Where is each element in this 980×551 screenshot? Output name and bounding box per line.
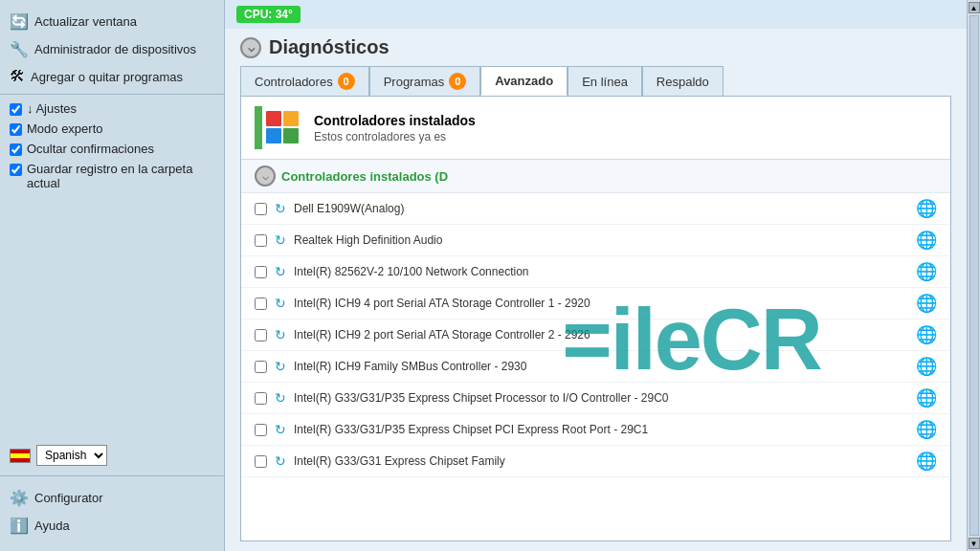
tab-respaldo[interactable]: Respaldo <box>642 66 724 96</box>
language-dropdown[interactable]: Spanish English French German <box>36 445 107 466</box>
driver-checkbox[interactable] <box>255 455 267 468</box>
driver-row: ↻ Realtek High Definition Audio 🌐 <box>241 225 950 256</box>
driver-name: Realtek High Definition Audio <box>294 233 908 247</box>
globe-icon: 🌐 <box>916 324 937 345</box>
refresh-icon: ↻ <box>275 390 286 406</box>
driver-checkbox[interactable] <box>255 234 267 247</box>
driver-checkbox[interactable] <box>255 329 267 342</box>
globe-icon: 🌐 <box>916 198 937 219</box>
tab-label: Respaldo <box>657 75 709 89</box>
tab-avanzado[interactable]: Avanzado <box>480 66 568 96</box>
refresh-icon: ↻ <box>275 201 286 216</box>
admin-icon: 🔧 <box>10 40 29 58</box>
sidebar: 🔄 Actualizar ventana 🔧 Administrador de … <box>0 0 225 551</box>
checkbox-label: Guardar registro en la carpeta actual <box>27 162 214 190</box>
refresh-icon: ↻ <box>275 453 286 469</box>
checkbox-ajustes[interactable]: ↓ Ajustes <box>0 99 224 119</box>
driver-name: Intel(R) ICH9 2 port Serial ATA Storage … <box>294 328 908 342</box>
tab-label: En línea <box>582 75 628 89</box>
flag-icon <box>10 449 31 463</box>
section-collapse-button[interactable]: ⌵ <box>255 165 276 187</box>
refresh-icon: 🔄 <box>10 12 29 31</box>
checkbox-ocultar[interactable]: Ocultar confirmaciones <box>0 139 224 159</box>
driver-row: ↻ Intel(R) ICH9 4 port Serial ATA Storag… <box>241 288 950 320</box>
diagnosticos-header: ⌵ Diagnósticos <box>225 29 967 66</box>
driver-name: Intel(R) ICH9 4 port Serial ATA Storage … <box>294 297 908 310</box>
tab-label: Controladores <box>255 75 333 89</box>
scroll-down-arrow[interactable]: ▼ <box>969 538 980 549</box>
checkbox-label: Modo experto <box>27 121 103 136</box>
sidebar-item-label: Administrador de dispositivos <box>34 42 196 56</box>
driver-checkbox[interactable] <box>255 298 267 310</box>
checkbox-guardar[interactable]: Guardar registro en la carpeta actual <box>0 159 224 193</box>
configurator-icon: ⚙️ <box>10 489 29 507</box>
divider-1 <box>0 94 224 95</box>
driver-name: Intel(R) G33/G31/P35 Express Chipset Pro… <box>294 391 908 405</box>
banner-text: Controladores instalados Estos controlad… <box>314 113 476 143</box>
driver-name: Intel(R) G33/G31 Express Chipset Family <box>294 454 908 468</box>
diagnosticos-title: Diagnósticos <box>269 36 390 58</box>
sidebar-item-label: Configurator <box>34 491 103 505</box>
svg-rect-2 <box>266 128 281 143</box>
driver-row: ↻ Intel(R) ICH9 2 port Serial ATA Storag… <box>241 320 950 351</box>
driver-name: Intel(R) G33/G31/P35 Express Chipset PCI… <box>294 423 908 436</box>
checkbox-label: Ocultar confirmaciones <box>27 142 154 156</box>
bottom-items: ⚙️ Configurator ℹ️ Ayuda <box>0 480 224 543</box>
svg-rect-1 <box>266 111 281 126</box>
driver-name: Intel(R) ICH9 Family SMBus Controller - … <box>294 360 908 373</box>
help-icon: ℹ️ <box>10 517 29 535</box>
sidebar-item-admin[interactable]: 🔧 Administrador de dispositivos <box>0 35 224 63</box>
sidebar-item-ayuda[interactable]: ℹ️ Ayuda <box>0 512 224 540</box>
content-panel: Controladores instalados Estos controlad… <box>240 96 951 541</box>
globe-icon: 🌐 <box>916 419 937 440</box>
checkbox-label: ↓ Ajustes <box>27 101 77 116</box>
svg-rect-4 <box>283 128 299 143</box>
driver-checkbox[interactable] <box>255 392 267 405</box>
driver-row: ↻ Intel(R) ICH9 Family SMBus Controller … <box>241 351 950 383</box>
collapse-button[interactable]: ⌵ <box>240 37 261 58</box>
globe-icon: 🌐 <box>916 387 937 408</box>
driver-checkbox[interactable] <box>255 203 267 215</box>
refresh-icon: ↻ <box>275 232 286 248</box>
cpu-header: CPU: 34° <box>225 0 967 29</box>
driver-checkbox[interactable] <box>255 424 267 436</box>
globe-icon: 🌐 <box>916 356 937 377</box>
cpu-badge: CPU: 34° <box>236 6 301 23</box>
tab-enlinea[interactable]: En línea <box>568 66 642 96</box>
refresh-icon: ↻ <box>275 422 286 437</box>
globe-icon: 🌐 <box>916 451 937 472</box>
tab-badge: 0 <box>338 73 355 90</box>
scroll-up-arrow[interactable]: ▲ <box>969 2 980 13</box>
tab-programas[interactable]: Programas 0 <box>369 66 481 96</box>
globe-icon: 🌐 <box>916 230 937 251</box>
driver-row: ↻ Intel(R) G33/G31 Express Chipset Famil… <box>241 446 950 477</box>
sidebar-item-configurator[interactable]: ⚙️ Configurator <box>0 484 224 512</box>
driver-checkbox[interactable] <box>255 361 267 373</box>
tab-label: Avanzado <box>495 74 553 88</box>
svg-rect-3 <box>283 111 299 126</box>
main-scrollbar: ▲ ▼ <box>967 0 980 551</box>
section-header: ⌵ Controladores instalados (D <box>241 160 950 193</box>
refresh-icon: ↻ <box>275 327 286 342</box>
banner: Controladores instalados Estos controlad… <box>241 97 950 160</box>
checkbox-modo[interactable]: Modo experto <box>0 119 224 139</box>
driver-name: Dell E1909W(Analog) <box>294 202 908 215</box>
sidebar-item-label: Agregar o quitar programas <box>31 70 183 84</box>
driver-row: ↻ Intel(R) G33/G31/P35 Express Chipset P… <box>241 414 950 446</box>
driver-checkbox[interactable] <box>255 266 267 278</box>
tab-controladores[interactable]: Controladores 0 <box>240 66 369 96</box>
globe-icon: 🌐 <box>916 261 937 282</box>
sidebar-item-label: Ayuda <box>34 518 70 533</box>
tab-label: Programas <box>384 75 445 89</box>
driver-row: ↻ Intel(R) G33/G31/P35 Express Chipset P… <box>241 383 950 414</box>
scroll-thumb[interactable] <box>969 15 979 536</box>
sidebar-item-actualizar[interactable]: 🔄 Actualizar ventana <box>0 8 224 35</box>
main-content: =ileCR CPU: 34° ⌵ Diagnósticos Controlad… <box>225 0 967 551</box>
svg-rect-0 <box>255 106 262 149</box>
language-selector: Spanish English French German <box>0 439 224 472</box>
refresh-icon: ↻ <box>275 296 286 311</box>
driver-row: ↻ Intel(R) 82562V-2 10/100 Network Conne… <box>241 256 950 288</box>
banner-description: Estos controladores ya es <box>314 130 476 143</box>
sidebar-item-agregar[interactable]: 🛠 Agregar o quitar programas <box>0 63 224 90</box>
driver-name: Intel(R) 82562V-2 10/100 Network Connect… <box>294 265 908 278</box>
